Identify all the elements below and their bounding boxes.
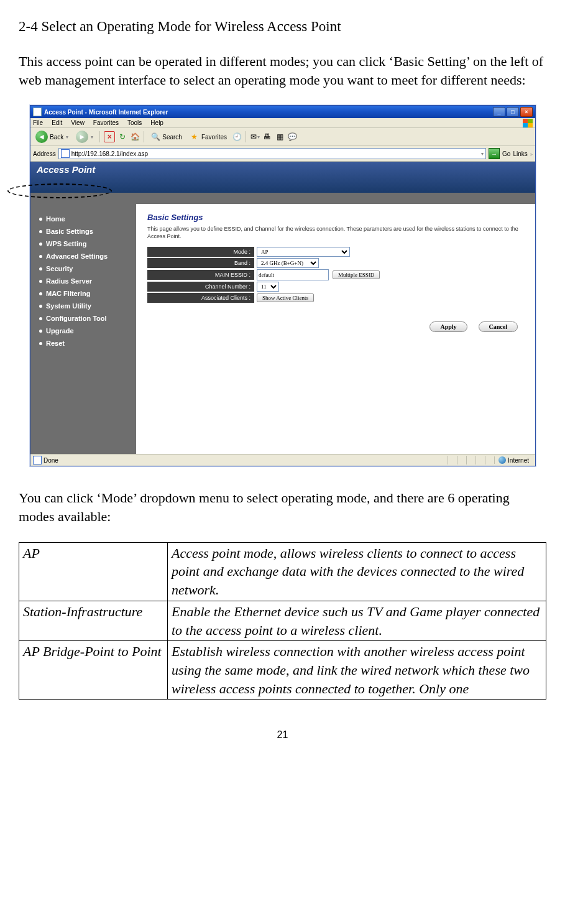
table-row: APAccess point mode, allows wireless cli… bbox=[19, 542, 546, 601]
mode-name-cell: AP Bridge-Point to Point bbox=[19, 641, 168, 700]
mode-select[interactable]: AP bbox=[257, 247, 350, 257]
browser-window: Access Point - Microsoft Internet Explor… bbox=[30, 105, 536, 466]
bullet-icon bbox=[39, 218, 42, 221]
sidebar-item-mac-filtering[interactable]: MAC Filtering bbox=[30, 287, 136, 300]
star-icon: ★ bbox=[190, 132, 200, 142]
sidebar-item-label: System Utility bbox=[46, 302, 91, 310]
page-title: Basic Settings bbox=[147, 213, 524, 222]
discuss-icon[interactable]: 💬 bbox=[287, 132, 297, 142]
forward-button[interactable]: ► ▾ bbox=[73, 129, 96, 144]
sidebar-item-basic-settings[interactable]: Basic Settings bbox=[30, 225, 136, 238]
page-icon bbox=[61, 149, 70, 158]
back-label: Back bbox=[50, 134, 63, 141]
menu-favorites[interactable]: Favorites bbox=[93, 119, 119, 126]
modes-table: APAccess point mode, allows wireless cli… bbox=[19, 542, 546, 700]
table-row: AP Bridge-Point to PointEstablish wirele… bbox=[19, 641, 546, 700]
sidebar-item-wps-setting[interactable]: WPS Setting bbox=[30, 238, 136, 250]
band-label: Band : bbox=[147, 258, 254, 268]
sidebar-item-label: Security bbox=[46, 265, 73, 272]
sidebar-item-home[interactable]: Home bbox=[30, 213, 136, 225]
address-input[interactable]: http://192.168.2.1/index.asp ▾ bbox=[58, 148, 486, 159]
multiple-essid-button[interactable]: Multiple ESSID bbox=[333, 270, 380, 279]
favorites-label: Favorites bbox=[201, 134, 227, 141]
bullet-icon bbox=[39, 305, 42, 308]
show-active-clients-button[interactable]: Show Active Clients bbox=[257, 293, 314, 302]
apply-button[interactable]: Apply bbox=[429, 321, 467, 332]
address-label: Address bbox=[33, 150, 56, 157]
forward-arrow-icon: ► bbox=[76, 131, 88, 143]
refresh-icon[interactable]: ↻ bbox=[117, 132, 127, 142]
brand-banner: Access Point bbox=[30, 162, 535, 204]
page-description: This page allows you to define ESSID, an… bbox=[147, 226, 524, 240]
intro-paragraph: This access point can be operated in dif… bbox=[19, 52, 546, 89]
band-select[interactable]: 2.4 GHz (B+G+N) bbox=[257, 258, 319, 268]
ie-app-icon bbox=[33, 108, 42, 116]
bullet-icon bbox=[39, 342, 42, 345]
search-button[interactable]: 🔍 Search bbox=[148, 131, 185, 143]
sidebar-nav: HomeBasic SettingsWPS SettingAdvanced Se… bbox=[30, 204, 136, 454]
search-icon: 🔍 bbox=[150, 132, 160, 142]
favorites-button[interactable]: ★ Favorites bbox=[187, 131, 229, 143]
url-text: http://192.168.2.1/index.asp bbox=[71, 150, 148, 157]
page-icon bbox=[33, 456, 42, 464]
edit-icon[interactable]: ▦ bbox=[275, 132, 285, 142]
channel-select[interactable]: 11 bbox=[257, 282, 279, 292]
page-number: 21 bbox=[19, 729, 546, 741]
bullet-icon bbox=[39, 255, 42, 258]
clients-label: Associated Clients : bbox=[147, 293, 254, 303]
section-heading: 2-4 Select an Operating Mode for Wireles… bbox=[19, 19, 546, 35]
toolbar: ◄ Back ▾ ► ▾ × ↻ 🏠 🔍 Search ★ Favorites … bbox=[30, 128, 535, 146]
status-bar: Done Internet bbox=[30, 454, 535, 466]
chevron-down-icon[interactable]: ▾ bbox=[481, 151, 484, 157]
history-icon[interactable]: 🕘 bbox=[232, 132, 242, 142]
menu-bar: File Edit View Favorites Tools Help bbox=[30, 118, 535, 128]
sidebar-item-reset[interactable]: Reset bbox=[30, 337, 136, 349]
print-icon[interactable]: 🖶 bbox=[262, 132, 272, 142]
mail-icon[interactable]: ✉▾ bbox=[250, 132, 260, 142]
sidebar-item-upgrade[interactable]: Upgrade bbox=[30, 325, 136, 337]
go-button[interactable]: → bbox=[489, 148, 500, 159]
bullet-icon bbox=[39, 243, 42, 246]
sidebar-item-system-utility[interactable]: System Utility bbox=[30, 300, 136, 312]
sidebar-item-label: Basic Settings bbox=[46, 228, 93, 235]
sidebar-item-advanced-settings[interactable]: Advanced Settings bbox=[30, 250, 136, 262]
zone-label: Internet bbox=[508, 457, 529, 464]
menu-view[interactable]: View bbox=[71, 119, 85, 126]
post-paragraph: You can click ‘Mode’ dropdown menu to se… bbox=[19, 489, 546, 525]
go-label: Go bbox=[502, 150, 510, 157]
menu-help[interactable]: Help bbox=[150, 119, 163, 126]
home-icon[interactable]: 🏠 bbox=[130, 132, 140, 142]
back-arrow-icon: ◄ bbox=[35, 131, 48, 143]
mode-desc-cell: Enable the Ethernet device such us TV an… bbox=[168, 601, 546, 640]
sidebar-item-security[interactable]: Security bbox=[30, 262, 136, 275]
channel-label: Channel Number : bbox=[147, 282, 254, 292]
bullet-icon bbox=[39, 292, 42, 295]
stop-icon[interactable]: × bbox=[104, 131, 115, 142]
chevron-down-icon: ▾ bbox=[66, 134, 68, 140]
maximize-button[interactable]: □ bbox=[507, 107, 519, 117]
bullet-icon bbox=[39, 230, 42, 233]
sidebar-item-label: Upgrade bbox=[46, 327, 74, 335]
mode-desc-cell: Establish wireless connection with anoth… bbox=[168, 641, 546, 700]
sidebar-item-label: Reset bbox=[46, 340, 65, 347]
menu-tools[interactable]: Tools bbox=[127, 119, 142, 126]
address-bar: Address http://192.168.2.1/index.asp ▾ →… bbox=[30, 146, 535, 162]
essid-input[interactable] bbox=[257, 269, 329, 280]
sidebar-item-label: Advanced Settings bbox=[46, 252, 108, 260]
back-button[interactable]: ◄ Back ▾ bbox=[33, 129, 71, 144]
menu-edit[interactable]: Edit bbox=[52, 119, 62, 126]
cancel-button[interactable]: Cancel bbox=[479, 321, 518, 332]
sidebar-item-configuration-tool[interactable]: Configuration Tool bbox=[30, 312, 136, 325]
links-label[interactable]: Links » bbox=[513, 150, 533, 157]
bullet-icon bbox=[39, 267, 42, 270]
menu-file[interactable]: File bbox=[33, 119, 43, 126]
close-button[interactable]: × bbox=[520, 107, 533, 117]
minimize-button[interactable]: _ bbox=[493, 107, 505, 117]
main-content: Basic Settings This page allows you to d… bbox=[136, 204, 535, 454]
sidebar-item-label: MAC Filtering bbox=[46, 290, 91, 297]
page-content: Access Point HomeBasic SettingsWPS Setti… bbox=[30, 162, 535, 454]
bullet-icon bbox=[39, 330, 42, 333]
sidebar-item-radius-server[interactable]: Radius Server bbox=[30, 275, 136, 287]
mode-desc-cell: Access point mode, allows wireless clien… bbox=[168, 542, 546, 601]
sidebar-item-label: Radius Server bbox=[46, 277, 92, 285]
